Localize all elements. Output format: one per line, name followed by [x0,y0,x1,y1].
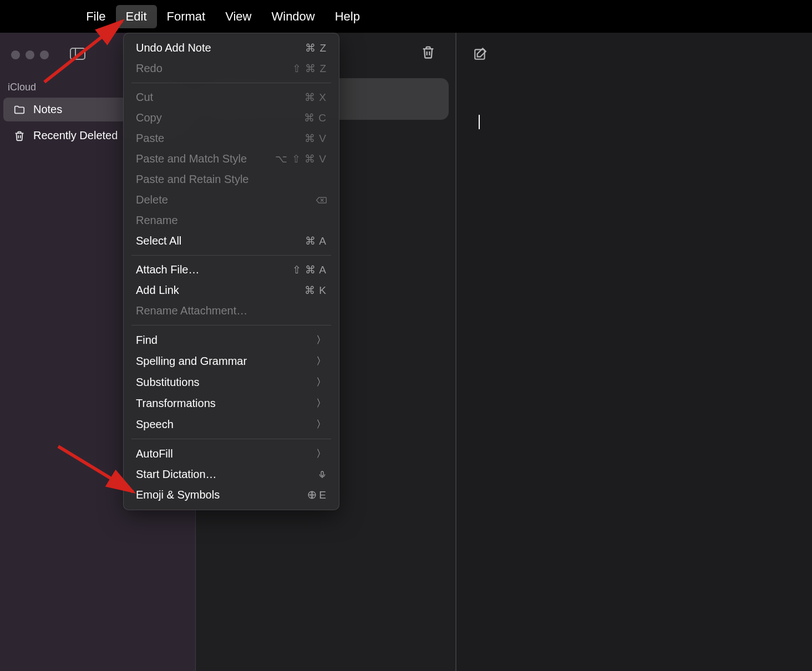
menu-item-label: Cut [136,91,153,104]
menu-item-paste-and-retain-style: Paste and Retain Style [124,169,339,190]
menu-item-label: AutoFill [136,448,173,460]
menu-item-delete: Delete [124,190,339,210]
menu-item-paste-and-match-style: Paste and Match Style⌥ ⇧ ⌘ V [124,149,339,169]
menu-separator [131,83,331,83]
menu-item-find[interactable]: Find〉 [124,329,339,350]
menu-item-shortcut: ⇧ ⌘ A [292,263,327,276]
menu-item-label: Paste and Retain Style [136,173,248,186]
menu-item-cut: Cut⌘ X [124,87,339,108]
menubar-help[interactable]: Help [325,5,370,28]
menu-item-shortcut: ⌘ Z [305,42,327,54]
menu-item-rename: Rename [124,210,339,231]
menu-item-label: Emoji & Symbols [136,489,220,501]
menu-item-label: Start Dictation… [136,468,217,481]
menubar-format[interactable]: Format [157,5,216,28]
folder-icon [13,104,26,116]
menu-item-shortcut: ⌥ ⇧ ⌘ V [275,152,327,165]
menu-item-shortcut: 〉 [316,447,327,460]
editor-toolbar [456,33,812,77]
menu-item-label: Add Link [136,284,179,297]
menu-separator [131,325,331,326]
menu-separator [131,255,331,256]
menu-item-label: Redo [136,62,163,75]
menu-item-emoji-symbols[interactable]: Emoji & SymbolsE [124,485,339,505]
menu-item-shortcut [318,469,327,480]
menu-item-add-link[interactable]: Add Link⌘ K [124,280,339,301]
menu-item-substitutions[interactable]: Substitutions〉 [124,372,339,393]
globe-icon [307,490,317,500]
sidebar-folder-label: Recently Deleted [33,129,118,142]
menu-item-redo: Redo⇧ ⌘ Z [124,58,339,79]
menu-item-label: Select All [136,235,181,247]
menubar: Notes File Edit Format View Window Help [0,0,812,33]
menu-item-label: Undo Add Note [136,42,211,54]
menu-item-shortcut: 〉 [316,418,327,431]
chevron-right-icon: 〉 [316,354,327,368]
menu-item-transformations[interactable]: Transformations〉 [124,393,339,414]
menu-item-label: Copy [136,111,162,124]
menu-item-speech[interactable]: Speech〉 [124,414,339,435]
menu-item-label: Transformations [136,397,216,410]
trash-icon [13,130,26,142]
menu-item-shortcut: 〉 [316,375,327,389]
mic-icon [318,469,327,480]
menu-item-undo-add-note[interactable]: Undo Add Note⌘ Z [124,38,339,58]
menu-item-copy: Copy⌘ C [124,108,339,128]
menu-item-label: Speech [136,418,174,431]
menubar-window[interactable]: Window [261,5,324,28]
menu-item-shortcut: ⇧ ⌘ Z [292,62,327,75]
menu-item-spelling-and-grammar[interactable]: Spelling and Grammar〉 [124,350,339,372]
menu-item-autofill[interactable]: AutoFill〉 [124,443,339,464]
menu-item-paste: Paste⌘ V [124,128,339,149]
menu-item-shortcut: 〉 [316,396,327,410]
svg-rect-3 [321,471,323,476]
compose-icon[interactable] [473,47,488,63]
delete-note-button[interactable] [420,44,436,63]
chevron-right-icon: 〉 [316,375,327,389]
menu-item-shortcut: 〉 [316,354,327,368]
menu-item-shortcut: ⌘ V [304,132,327,145]
minimize-window-button[interactable] [26,50,34,59]
menu-item-shortcut: ⌘ C [304,111,327,124]
zoom-window-button[interactable] [40,50,49,59]
note-editor[interactable] [456,33,812,671]
close-window-button[interactable] [11,50,20,59]
menu-item-label: Spelling and Grammar [136,355,247,368]
menu-item-label: Rename [136,214,178,227]
menu-item-select-all[interactable]: Select All⌘ A [124,231,339,251]
menu-item-shortcut: ⌘ X [304,91,327,104]
menu-item-label: Delete [136,194,168,206]
menu-item-shortcut: ⌘ A [305,235,327,247]
menubar-edit[interactable]: Edit [116,5,157,28]
menu-item-label: Attach File… [136,263,199,276]
menu-item-label: Paste [136,132,164,145]
svg-rect-0 [70,48,85,59]
app-body: iCloud Notes Recently Deleted text [0,33,812,671]
menu-item-start-dictation[interactable]: Start Dictation… [124,464,339,485]
text-cursor [479,115,480,129]
sidebar-folder-label: Notes [33,103,62,116]
menu-item-label: Find [136,334,158,347]
menu-item-shortcut: E [307,489,327,501]
menu-item-label: Rename Attachment… [136,304,247,317]
sidebar-toggle-icon[interactable] [70,47,85,64]
delete-left-icon [316,196,327,204]
menu-item-shortcut [316,196,327,204]
menu-item-rename-attachment: Rename Attachment… [124,301,339,321]
menu-item-shortcut: ⌘ K [304,284,327,297]
chevron-right-icon: 〉 [316,396,327,410]
edit-menu-dropdown: Undo Add Note⌘ ZRedo⇧ ⌘ ZCut⌘ XCopy⌘ CPa… [123,33,339,510]
menu-item-attach-file[interactable]: Attach File…⇧ ⌘ A [124,260,339,280]
chevron-right-icon: 〉 [316,333,327,347]
menubar-view[interactable]: View [215,5,261,28]
menubar-file[interactable]: File [76,5,115,28]
menu-item-label: Paste and Match Style [136,152,247,165]
chevron-right-icon: 〉 [316,447,327,460]
chevron-right-icon: 〉 [316,418,327,431]
menu-item-shortcut: 〉 [316,333,327,347]
menu-item-label: Substitutions [136,376,200,389]
menu-separator [131,439,331,439]
